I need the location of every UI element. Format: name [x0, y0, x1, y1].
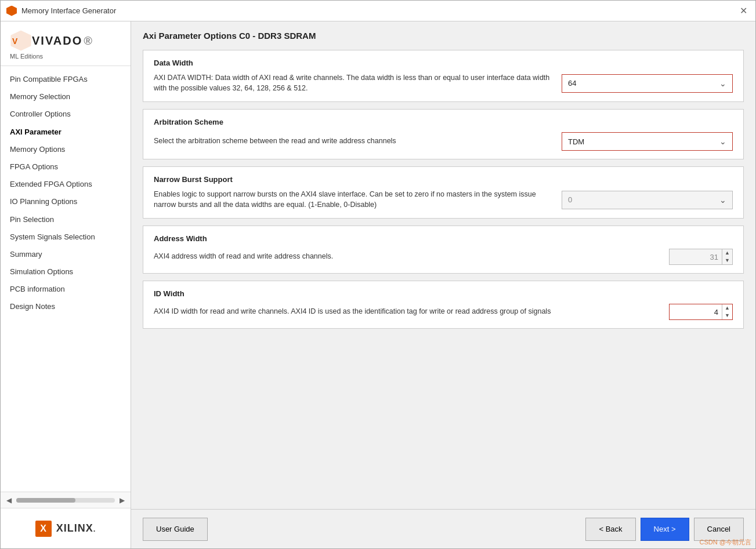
content-main: Axi Parameter Options C0 - DDR3 SDRAM Da… — [131, 21, 755, 509]
section-narrow-burst-support: Narrow Burst SupportEnables logic to sup… — [143, 166, 744, 219]
scroll-left-btn[interactable]: ◀ — [4, 495, 14, 506]
spinner-value-axi-id-width: 4 — [670, 308, 722, 317]
section-data-width: Data WidthAXI DATA WIDTH: Data width of … — [143, 50, 744, 102]
param-label-axi-address-width: AXI4 address width of read and write add… — [154, 252, 662, 262]
param-control-axi-address-width[interactable]: 31 ▲ ▼ — [669, 249, 733, 265]
chevron-down-icon: ⌄ — [719, 195, 726, 205]
main-body: V VIVADO ® ML Editions Pin Compatible FP… — [1, 21, 755, 548]
dropdown-axi-data-width[interactable]: 64 ⌄ — [562, 74, 733, 93]
sidebar-item-summary[interactable]: Summary — [1, 246, 131, 263]
scrollbar-track[interactable] — [16, 498, 115, 503]
vivado-logo-svg: V — [10, 30, 32, 52]
footer-left: User Guide — [143, 518, 585, 541]
svg-text:V: V — [12, 37, 18, 46]
param-row-axi-data-width: AXI DATA WIDTH: Data width of AXI read &… — [154, 73, 733, 93]
section-heading-id-width: ID Width — [154, 289, 733, 298]
spinner-down-btn[interactable]: ▼ — [722, 257, 732, 264]
sidebar-item-pcb-information[interactable]: PCB information — [1, 281, 131, 298]
sidebar: V VIVADO ® ML Editions Pin Compatible FP… — [1, 21, 131, 548]
content-area: Axi Parameter Options C0 - DDR3 SDRAM Da… — [131, 21, 755, 548]
spinner-buttons: ▲ ▼ — [722, 304, 732, 319]
xilinx-text: XILINX. — [56, 522, 96, 535]
vivado-text: VIVADO — [32, 34, 82, 48]
scroll-right-btn[interactable]: ▶ — [117, 495, 127, 506]
section-id-width: ID WidthAXI4 ID width for read and write… — [143, 281, 744, 329]
spinner-up-btn[interactable]: ▲ — [722, 304, 732, 312]
sidebar-item-design-notes[interactable]: Design Notes — [1, 298, 131, 315]
param-label-axi-data-width: AXI DATA WIDTH: Data width of AXI read &… — [154, 73, 555, 93]
sidebar-item-pin-selection[interactable]: Pin Selection — [1, 211, 131, 228]
sidebar-item-axi-parameter[interactable]: AXI Parameter — [1, 123, 131, 141]
sidebar-nav: Pin Compatible FPGAsMemory SelectionCont… — [1, 66, 131, 492]
dropdown-value-narrow-burst: 0 — [568, 195, 572, 204]
param-label-axi-id-width: AXI4 ID width for read and write channel… — [154, 307, 662, 317]
sidebar-item-memory-options[interactable]: Memory Options — [1, 141, 131, 158]
app-icon — [6, 6, 17, 16]
param-row-axi-id-width: AXI4 ID width for read and write channel… — [154, 304, 733, 320]
sidebar-item-io-planning-options[interactable]: IO Planning Options — [1, 193, 131, 210]
sidebar-scrollbar: ◀ ▶ — [1, 492, 131, 508]
chevron-down-icon: ⌄ — [719, 137, 726, 146]
cancel-button[interactable]: Cancel — [694, 518, 744, 541]
param-row-narrow-burst: Enables logic to support narrow bursts o… — [154, 190, 733, 210]
next-button[interactable]: Next > — [641, 518, 689, 541]
dropdown-arbitration-scheme-select[interactable]: TDM ⌄ — [562, 132, 733, 151]
sidebar-item-extended-fpga-options[interactable]: Extended FPGA Options — [1, 176, 131, 193]
section-heading-arbitration-scheme: Arbitration Scheme — [154, 118, 733, 126]
spinner-axi-id-width: 4 ▲ ▼ — [669, 304, 733, 320]
sidebar-item-controller-options[interactable]: Controller Options — [1, 106, 131, 123]
title-bar: Memory Interface Generator ✕ — [1, 1, 755, 21]
param-control-narrow-burst[interactable]: 0 ⌄ — [562, 191, 733, 209]
sidebar-item-memory-selection[interactable]: Memory Selection — [1, 88, 131, 106]
param-control-axi-data-width[interactable]: 64 ⌄ — [562, 74, 733, 93]
dropdown-narrow-burst[interactable]: 0 ⌄ — [562, 191, 733, 209]
vivado-logo: V VIVADO ® ML Editions — [1, 21, 131, 66]
chevron-down-icon: ⌄ — [719, 79, 726, 88]
back-button[interactable]: < Back — [585, 518, 635, 541]
section-heading-narrow-burst-support: Narrow Burst Support — [154, 175, 733, 184]
main-window: Memory Interface Generator ✕ V VIVADO ® … — [0, 0, 756, 549]
param-label-arbitration-scheme-select: Select the arbitration scheme between th… — [154, 136, 555, 147]
xilinx-x-icon: X — [35, 521, 52, 537]
footer-right: < Back Next > Cancel — [585, 518, 744, 541]
spinner-up-btn[interactable]: ▲ — [722, 249, 732, 257]
vivado-brand: V VIVADO ® — [10, 30, 121, 52]
param-row-arbitration-scheme-select: Select the arbitration scheme between th… — [154, 132, 733, 151]
xilinx-logo: X XILINX. — [35, 521, 96, 537]
section-heading-address-width: Address Width — [154, 234, 733, 243]
ml-edition-label: ML Editions — [10, 53, 121, 60]
watermark: CSDN @今朝元言 — [700, 538, 751, 547]
close-button[interactable]: ✕ — [737, 5, 750, 16]
spinner-buttons: ▲ ▼ — [722, 249, 732, 264]
param-control-arbitration-scheme-select[interactable]: TDM ⌄ — [562, 132, 733, 151]
dropdown-value-axi-data-width: 64 — [568, 79, 576, 88]
page-title: Axi Parameter Options C0 - DDR3 SDRAM — [143, 31, 744, 41]
spinner-axi-address-width: 31 ▲ ▼ — [669, 249, 733, 265]
section-address-width: Address WidthAXI4 address width of read … — [143, 226, 744, 274]
section-heading-data-width: Data Width — [154, 59, 733, 67]
sidebar-item-fpga-options[interactable]: FPGA Options — [1, 158, 131, 176]
dropdown-value-arbitration-scheme-select: TDM — [568, 137, 584, 146]
sections-container: Data WidthAXI DATA WIDTH: Data width of … — [143, 50, 744, 329]
param-row-axi-address-width: AXI4 address width of read and write add… — [154, 249, 733, 265]
spinner-value-axi-address-width: 31 — [670, 253, 722, 261]
scrollbar-thumb — [16, 498, 75, 503]
user-guide-button[interactable]: User Guide — [143, 518, 208, 541]
param-control-axi-id-width[interactable]: 4 ▲ ▼ — [669, 304, 733, 320]
sidebar-item-system-signals-selection[interactable]: System Signals Selection — [1, 228, 131, 246]
spinner-down-btn[interactable]: ▼ — [722, 312, 732, 319]
sidebar-item-pin-compatible[interactable]: Pin Compatible FPGAs — [1, 71, 131, 88]
window-title: Memory Interface Generator — [21, 6, 737, 15]
footer-bar: User Guide < Back Next > Cancel — [131, 509, 755, 548]
xilinx-footer: X XILINX. — [1, 508, 131, 548]
section-arbitration-scheme: Arbitration SchemeSelect the arbitration… — [143, 109, 744, 159]
param-label-narrow-burst: Enables logic to support narrow bursts o… — [154, 190, 555, 210]
sidebar-item-simulation-options[interactable]: Simulation Options — [1, 263, 131, 281]
